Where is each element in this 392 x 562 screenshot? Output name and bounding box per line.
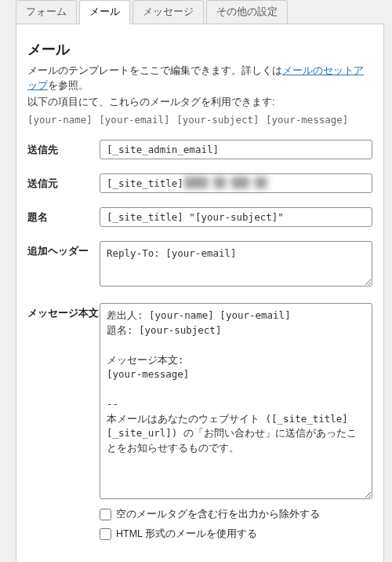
section-heading: メール xyxy=(27,40,372,59)
label-exclude-blank: 空のメールタグを含む行を出力から除外する xyxy=(116,508,320,521)
tab-form[interactable]: フォーム xyxy=(16,0,77,24)
from-redacted-part: ████ ██ ███ ██ xyxy=(184,177,267,188)
input-message-body[interactable] xyxy=(100,303,372,499)
mail-tags-description: 以下の項目にて、これらのメールタグを利用できます: xyxy=(27,95,372,110)
desc-text-suffix: を参照。 xyxy=(48,80,89,91)
mail-panel: メール メールのテンプレートをここで編集できます。詳しくはメールのセットアップを… xyxy=(16,24,384,562)
label-to: 送信先 xyxy=(27,140,100,157)
input-to[interactable] xyxy=(100,140,372,159)
label-use-html: HTML 形式のメールを使用する xyxy=(116,527,257,541)
label-additional-headers: 追加ヘッダー xyxy=(27,241,100,258)
input-additional-headers[interactable] xyxy=(100,241,372,286)
label-from: 送信元 xyxy=(27,173,100,191)
tab-bar: フォーム メール メッセージ その他の設定 xyxy=(0,0,392,24)
tab-mail[interactable]: メール xyxy=(79,0,130,24)
checkbox-use-html[interactable] xyxy=(100,528,111,540)
tab-messages[interactable]: メッセージ xyxy=(132,0,204,24)
label-subject: 題名 xyxy=(27,207,100,224)
section-description: メールのテンプレートをここで編集できます。詳しくはメールのセットアップを参照。 xyxy=(27,64,372,93)
label-message-body: メッセージ本文 xyxy=(27,303,100,320)
checkbox-exclude-blank[interactable] xyxy=(100,509,111,520)
desc-text-prefix: メールのテンプレートをここで編集できます。詳しくは xyxy=(27,65,282,76)
available-mail-tags: [your-name] [your-email] [your-subject] … xyxy=(27,114,372,126)
input-subject[interactable] xyxy=(100,207,372,227)
tab-other-settings[interactable]: その他の設定 xyxy=(206,0,288,24)
